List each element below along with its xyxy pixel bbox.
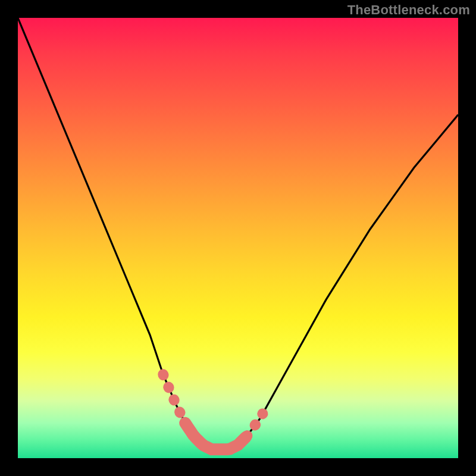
highlight-right [247,414,263,436]
watermark-label: TheBottleneck.com [347,2,470,18]
bottleneck-curve-path [18,18,458,449]
chart-frame: TheBottleneck.com [0,0,476,476]
plot-area [18,18,458,458]
bottleneck-curve-svg [18,18,458,458]
highlight-floor [185,423,246,449]
